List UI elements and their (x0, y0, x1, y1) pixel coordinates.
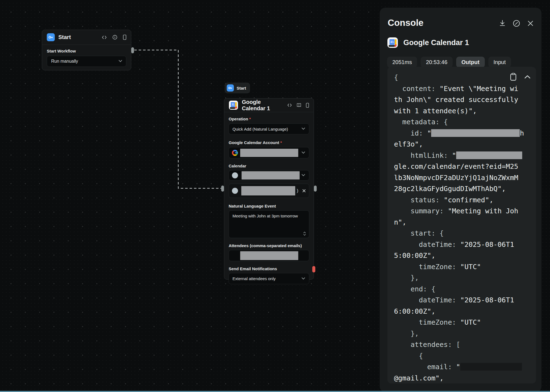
collapse-icon[interactable] (524, 75, 530, 79)
start-output-connector[interactable] (131, 47, 134, 53)
calendar-avatar (232, 172, 238, 178)
google-logo-icon (232, 150, 238, 156)
code-icon[interactable] (102, 35, 107, 39)
nle-label: Natural Language Event (229, 204, 309, 208)
notifications-select[interactable]: External attendees only (229, 273, 309, 284)
chip-suffix: ) (297, 188, 298, 193)
start-node[interactable]: Start Start Workflow Run manually (42, 30, 131, 70)
redacted-attendees-value (240, 251, 298, 260)
chevron-down-icon (302, 150, 305, 154)
console-node-title: Google Calendar 1 (403, 38, 469, 47)
redacted-calendar-value (242, 171, 300, 180)
chevron-down-icon (302, 173, 305, 176)
calendar-chip-avatar (232, 188, 238, 194)
notifications-value: External attendees only (232, 276, 276, 281)
gcal-input-connector[interactable] (221, 186, 224, 192)
start-key-icon (227, 84, 234, 92)
chevron-down-icon (302, 126, 305, 130)
run-mode-value: Run manually (51, 59, 78, 64)
tab-output[interactable]: Output (456, 57, 485, 68)
timestamp-badge: 20:53:46 (421, 57, 453, 68)
operation-select[interactable]: Quick Add (Natural Language) (229, 123, 309, 134)
start-key-icon (47, 33, 55, 41)
run-mode-select[interactable]: Run manually (47, 56, 126, 67)
redacted-json-value (431, 129, 520, 137)
clear-icon[interactable] (513, 20, 520, 27)
nle-value: Meeting with John at 3pm tomorrow (232, 214, 298, 218)
account-select[interactable] (229, 147, 309, 158)
chevron-down-icon (302, 276, 305, 280)
console-output-box[interactable]: { content: "Event \"Meeting with John\" … (387, 67, 536, 383)
gcal-error-connector[interactable] (312, 266, 315, 272)
workflow-canvas[interactable]: Start Start Workflow Run manually (0, 0, 550, 392)
info-icon[interactable] (113, 35, 117, 40)
resize-handle-icon[interactable] (303, 231, 306, 236)
console-panel: Console 31 Google Calendar 1 2051ms 20:5… (380, 8, 541, 392)
close-icon[interactable] (527, 20, 534, 27)
console-title: Console (388, 18, 423, 28)
download-icon[interactable] (499, 20, 506, 27)
start-node-title: Start (58, 34, 71, 40)
attendees-label: Attendees (comma-separated emails) (229, 243, 309, 248)
notifications-label: Send Email Notifications (229, 266, 309, 271)
google-calendar-icon: 31 (387, 37, 398, 48)
phone-icon[interactable] (123, 35, 126, 40)
copy-icon[interactable] (510, 73, 517, 81)
redacted-json-value (460, 363, 522, 371)
calendar-chip[interactable]: ) (229, 184, 309, 198)
redacted-json-value (456, 151, 522, 159)
window-bottom-edge (0, 391, 550, 392)
close-icon[interactable] (302, 189, 306, 193)
tab-input[interactable]: Input (488, 57, 511, 68)
gcal-output-connector[interactable] (314, 186, 317, 192)
start-flow-tag[interactable]: Start (225, 83, 250, 93)
redacted-chip-value (241, 186, 295, 195)
phone-icon[interactable] (306, 103, 309, 108)
chevron-down-icon (119, 59, 122, 62)
operation-label: Operation* (229, 117, 309, 121)
start-workflow-label: Start Workflow (47, 49, 126, 53)
gcal-node-title: Google Calendar 1 (242, 99, 283, 112)
console-json-output: { content: "Event \"Meeting with John\" … (394, 72, 533, 383)
code-icon[interactable] (287, 103, 292, 107)
duration-badge: 2051ms (387, 57, 417, 68)
google-calendar-icon: 31 (229, 101, 238, 110)
account-label: Google Calendar Account* (229, 140, 309, 145)
google-calendar-node[interactable]: 31 Google Calendar 1 Operation* Quick Ad… (224, 98, 314, 280)
flow-tag-label: Start (237, 86, 246, 90)
attendees-input[interactable] (229, 250, 309, 261)
nle-textarea[interactable]: Meeting with John at 3pm tomorrow (229, 210, 309, 238)
calendar-select[interactable] (229, 170, 309, 181)
calendar-label: Calendar (229, 164, 309, 168)
redacted-account-value (240, 149, 298, 157)
operation-value: Quick Add (Natural Language) (232, 127, 288, 131)
book-icon[interactable] (297, 103, 301, 107)
